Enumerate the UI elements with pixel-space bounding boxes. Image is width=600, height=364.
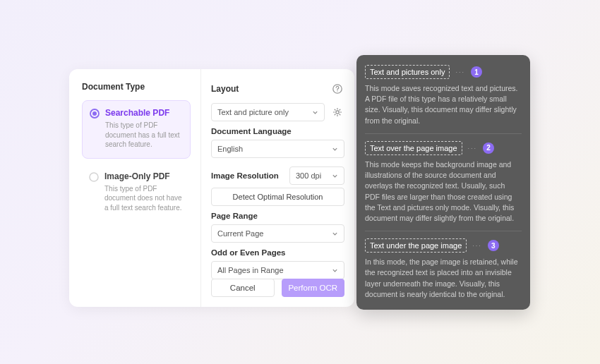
callout-number-badge: 1 — [471, 66, 482, 78]
resolution-label: Image Resolution — [211, 171, 282, 180]
perform-ocr-button[interactable]: Perform OCR — [282, 279, 345, 297]
settings-panel: Layout Text and picture only Document La… — [201, 69, 354, 307]
option-image-only-pdf[interactable]: Image-Only PDF This type of PDF document… — [82, 164, 191, 222]
option-desc: This type of PDF document does not have … — [104, 184, 184, 213]
detect-resolution-button[interactable]: Detect Optimal Resolution — [211, 188, 344, 206]
language-select[interactable]: English — [211, 140, 344, 158]
chevron-down-icon — [332, 231, 338, 237]
svg-point-4 — [337, 90, 337, 91]
page-range-value: Current Page — [217, 229, 263, 238]
connector-icon: ··· — [472, 242, 482, 249]
connector-icon: ··· — [455, 68, 465, 75]
layout-value: Text and picture only — [217, 108, 289, 116]
chevron-down-icon — [332, 173, 338, 179]
callout-title: Text over the page image — [365, 141, 462, 155]
page-range-select[interactable]: Current Page — [211, 224, 344, 243]
callout-desc: This mode keeps the background image and… — [365, 159, 522, 224]
chevron-down-icon — [312, 109, 318, 116]
page-range-label: Page Range — [211, 212, 344, 220]
callout-desc: This mode saves recognized text and pict… — [365, 83, 522, 126]
odd-even-select[interactable]: All Pages in Range — [211, 261, 344, 279]
callout-title: Text and pictures only — [365, 65, 450, 79]
language-label: Document Language — [211, 127, 344, 135]
option-desc: This type of PDF document has a full tex… — [105, 121, 183, 150]
callout-desc: In this mode, the page image is retained… — [365, 257, 522, 300]
odd-even-label: Odd or Even Pages — [211, 248, 344, 257]
cancel-button[interactable]: Cancel — [211, 279, 275, 297]
gear-icon[interactable] — [330, 105, 344, 119]
layout-select[interactable]: Text and picture only — [211, 103, 325, 121]
layout-help-callout: Text and pictures only ··· 1 This mode s… — [356, 55, 530, 310]
language-value: English — [217, 145, 243, 153]
ocr-settings-dialog: Document Type Searchable PDF This type o… — [69, 69, 354, 307]
odd-even-value: All Pages in Range — [217, 266, 284, 274]
connector-icon: ··· — [468, 145, 478, 152]
callout-title: Text under the page image — [365, 238, 467, 253]
callout-section-1: Text and pictures only ··· 1 This mode s… — [365, 62, 522, 134]
resolution-select[interactable]: 300 dpi — [289, 166, 344, 185]
callout-section-2: Text over the page image ··· 2 This mode… — [365, 138, 522, 231]
document-type-title: Document Type — [82, 82, 191, 92]
callout-number-badge: 3 — [488, 240, 499, 251]
option-title: Searchable PDF — [105, 108, 183, 118]
svg-point-1 — [92, 111, 97, 116]
callout-number-badge: 2 — [483, 142, 494, 154]
svg-point-5 — [336, 111, 339, 114]
document-type-panel: Document Type Searchable PDF This type o… — [69, 69, 201, 307]
option-title: Image-Only PDF — [104, 171, 184, 181]
radio-unselected-icon — [89, 172, 99, 182]
chevron-down-icon — [332, 146, 338, 152]
help-icon[interactable] — [330, 82, 344, 96]
resolution-value: 300 dpi — [296, 171, 321, 180]
chevron-down-icon — [332, 267, 338, 274]
callout-section-3: Text under the page image ··· 3 In this … — [365, 236, 522, 300]
option-searchable-pdf[interactable]: Searchable PDF This type of PDF document… — [82, 100, 191, 159]
layout-label: Layout — [211, 84, 330, 94]
svg-point-2 — [90, 173, 98, 181]
radio-selected-icon — [90, 109, 100, 119]
